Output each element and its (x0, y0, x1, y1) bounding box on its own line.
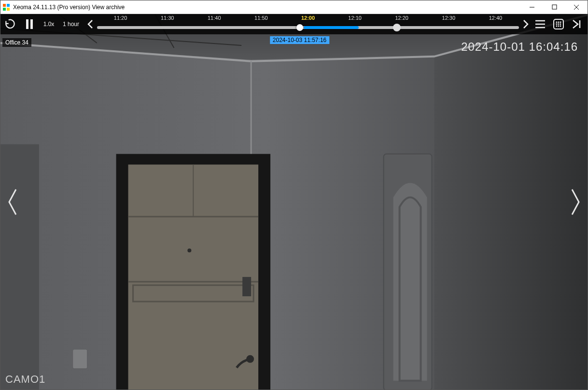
playback-speed[interactable]: 1.0x (39, 21, 58, 28)
pause-button[interactable] (20, 14, 39, 34)
video-viewer: 1.0x 1 hour 11:2011:3011:4011:5012:0012:… (0, 14, 588, 390)
close-icon (574, 4, 579, 10)
chevron-right-large-icon (570, 188, 582, 217)
svg-point-40 (558, 26, 560, 27)
svg-point-35 (560, 22, 561, 23)
timeline-playhead[interactable] (296, 24, 303, 31)
timeline[interactable]: 11:2011:3011:4011:5012:0012:1012:2012:30… (97, 14, 519, 34)
svg-rect-28 (30, 19, 33, 29)
svg-point-37 (558, 24, 560, 25)
skip-end-button[interactable] (569, 16, 585, 32)
svg-rect-0 (3, 4, 6, 7)
player-toolbar: 1.0x 1 hour 11:2011:3011:4011:5012:0012:… (0, 14, 588, 34)
timeline-tick: 12:00 (301, 15, 315, 21)
svg-rect-23 (242, 277, 251, 296)
chevron-right-icon (522, 19, 529, 29)
toolbar-right-group (532, 16, 588, 32)
menu-icon (534, 19, 546, 29)
next-camera-button[interactable] (566, 183, 586, 221)
timeline-endmark[interactable] (393, 24, 401, 31)
app-window: Xeoma 24.11.13 (Pro version) View archiv… (0, 0, 588, 390)
svg-point-38 (560, 24, 561, 25)
maximize-button[interactable] (543, 0, 565, 14)
timeline-tick: 12:10 (348, 15, 362, 21)
close-button[interactable] (565, 0, 588, 14)
svg-rect-2 (3, 8, 6, 11)
timeline-track[interactable] (97, 26, 519, 29)
timeline-tick: 11:30 (161, 15, 174, 21)
prev-camera-button[interactable] (2, 183, 22, 221)
camera-name-overlay: CAMO1 (5, 373, 45, 386)
video-frame (0, 14, 588, 390)
timeline-prev-button[interactable] (84, 14, 97, 34)
calendar-button[interactable] (551, 16, 566, 32)
timeline-tick: 12:30 (442, 15, 456, 21)
svg-point-21 (187, 248, 191, 252)
svg-rect-3 (7, 8, 10, 11)
chevron-left-icon (87, 19, 94, 29)
timeline-tick: 12:40 (489, 15, 503, 21)
window-controls (521, 0, 588, 14)
pause-icon (25, 19, 34, 29)
calendar-grid-icon (553, 18, 564, 30)
timeline-tick: 11:40 (208, 15, 221, 21)
svg-point-39 (556, 26, 558, 27)
skip-end-icon (572, 19, 582, 29)
camera-tag: Office 34 (2, 38, 31, 47)
back-arrow-icon (4, 18, 16, 30)
back-button[interactable] (0, 14, 20, 34)
timeline-tick: 11:20 (114, 15, 127, 21)
maximize-icon (552, 4, 557, 10)
minimize-icon (529, 4, 535, 10)
timeline-tick: 11:50 (254, 15, 268, 21)
svg-rect-5 (552, 5, 557, 9)
window-title: Xeoma 24.11.13 (Pro version) View archiv… (13, 4, 125, 11)
window-titlebar[interactable]: Xeoma 24.11.13 (Pro version) View archiv… (0, 0, 588, 14)
timeline-tooltip: 2024-10-03 11:57:16 (270, 36, 329, 44)
svg-marker-9 (434, 14, 588, 390)
svg-point-33 (556, 22, 558, 23)
timeline-next-button[interactable] (519, 14, 532, 34)
svg-point-34 (558, 22, 560, 23)
svg-point-36 (556, 24, 558, 25)
timeline-ticks: 11:2011:3011:4011:5012:0012:1012:2012:30… (97, 15, 519, 24)
timeline-tick: 12:20 (395, 15, 408, 21)
menu-button[interactable] (532, 16, 548, 32)
timeline-range[interactable]: 1 hour (58, 21, 84, 28)
chevron-left-large-icon (6, 188, 18, 217)
timestamp-overlay: 2024-10-01 16:04:16 (461, 40, 578, 54)
minimize-button[interactable] (521, 0, 543, 14)
svg-rect-25 (73, 349, 87, 369)
svg-marker-26 (0, 144, 39, 390)
svg-rect-1 (7, 4, 10, 7)
timeline-fill (304, 26, 359, 29)
svg-point-41 (560, 26, 561, 27)
app-logo-icon (2, 3, 10, 11)
svg-rect-27 (26, 19, 28, 29)
